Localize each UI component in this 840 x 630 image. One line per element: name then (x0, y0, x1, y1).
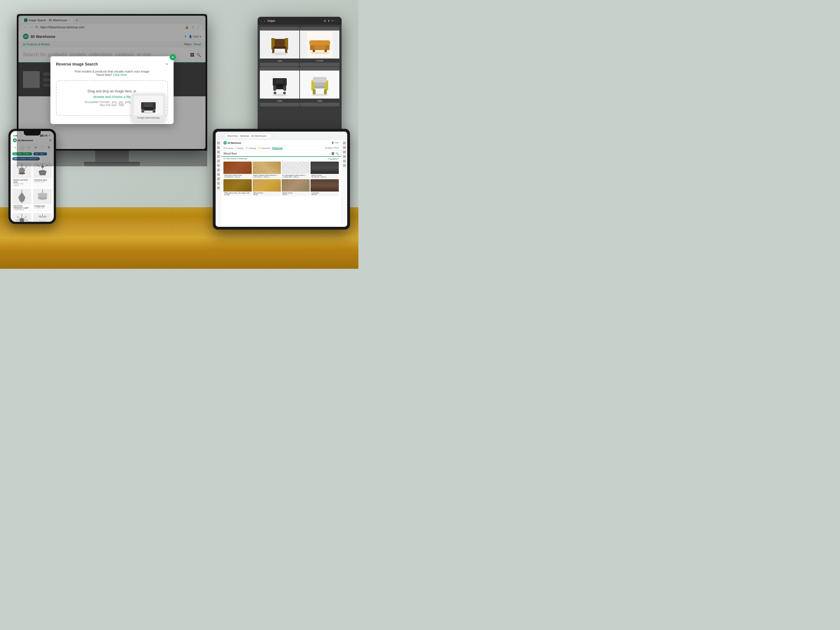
nav-products-models[interactable]: ⊞ Products & Models (23, 43, 50, 46)
sort-label[interactable]: ↓ Popularity ▾ (327, 158, 339, 160)
ref-sofa-svg (307, 32, 332, 57)
image-search-icon[interactable]: 🖼 (190, 53, 194, 57)
sidebar-nav-9[interactable] (217, 182, 220, 185)
ref-grid-icon[interactable]: ⊞ (324, 19, 326, 22)
right-icon-2[interactable] (343, 146, 346, 149)
result-item-3[interactable]: [Wood_Floor] 66 KB 256 × 286 px (311, 161, 339, 178)
tablet-user-icon[interactable]: 👤 User (332, 142, 339, 144)
text-search-icon[interactable]: 🔍 (196, 53, 201, 57)
forward-button[interactable]: → (30, 25, 33, 29)
svg-rect-22 (309, 40, 330, 45)
bookmark-icon[interactable]: ☆ (191, 25, 194, 29)
reset-button[interactable]: Reset (194, 43, 201, 46)
ref-image-1[interactable]: 1.jpg (260, 27, 299, 66)
result-item-0[interactable]: Oak Cherry Wood Floor 125 KB 541 × 541 p… (223, 161, 252, 178)
result-item-6[interactable]: [Wood_Floor] 66 KB (282, 179, 310, 196)
ref-share-icon[interactable]: ⬆ (328, 19, 330, 22)
filter-tag-polys[interactable]: 10K - 50K × (33, 152, 47, 155)
ref-image-3[interactable]: 3.jpg (260, 67, 299, 106)
phone-icon-d[interactable]: ⚙ (33, 144, 38, 151)
upload-icon[interactable]: ⬆ (184, 35, 186, 38)
tablet-close-icon[interactable]: × (267, 135, 268, 137)
result-item-7[interactable]: wood floor 566 KB (311, 179, 339, 196)
back-button[interactable]: ← (24, 25, 27, 29)
tab-collections[interactable]: 📁Collections (258, 147, 270, 150)
tablet-address-bar[interactable]: Wood floor - Materials - 3D Warehouse × (225, 134, 271, 138)
tab-models[interactable]: ◻Models (235, 147, 244, 150)
svg-rect-14 (273, 46, 286, 49)
phone-icon-f[interactable]: ≣ (46, 144, 52, 151)
menu-icon[interactable]: ⋮ (197, 25, 200, 29)
phone-item-1[interactable]: Industrial lamp 188 KB 1,119 (33, 163, 52, 187)
right-icon-1[interactable] (343, 142, 346, 144)
ref-forward-button[interactable]: › (264, 19, 265, 22)
phone-icon-b[interactable]: ◻ (20, 144, 25, 151)
ref-image-4[interactable]: 4.jpg (300, 67, 339, 106)
tab-products[interactable]: ⊞Products (223, 147, 234, 150)
browser-tab-active[interactable]: Image Search - 3D Warehouse × (21, 17, 73, 23)
result-item-4[interactable]: PDM_Wood_floor_45_angle_Oak 3.0 MB (223, 179, 252, 196)
right-icon-5[interactable] (343, 159, 346, 163)
svg-rect-44 (313, 89, 316, 94)
tablet-reset-button[interactable]: Reset (334, 147, 339, 150)
user-menu[interactable]: 👤 User ▾ (189, 35, 201, 38)
sidebar-nav-4[interactable] (217, 159, 220, 163)
sidebar-nav-7[interactable] (217, 173, 220, 176)
ref-label-2: 2.webp (300, 58, 339, 63)
phone-icon-c[interactable]: ≡ (26, 144, 32, 151)
phone-icon-e[interactable]: ♡ (40, 144, 45, 151)
phone-item-5[interactable]: Pendant lamp (33, 213, 52, 222)
sidebar-nav-2[interactable] (217, 151, 220, 153)
sidebar-nav-8[interactable] (217, 177, 220, 180)
result-item-5[interactable]: [Wood Floor] 66 KB (253, 179, 281, 196)
right-icon-3[interactable] (343, 151, 346, 153)
new-tab-button[interactable]: + (74, 17, 80, 23)
filter-tag-date[interactable]: Date Created: ≫ 06/2022 × (12, 157, 40, 160)
result-meta-4: 3.0 MB (224, 194, 251, 196)
phone-network: LTE (44, 135, 47, 137)
sidebar-nav-10[interactable] (217, 186, 220, 189)
result-item-1[interactable]: Maple Toasted Almond Wood F... 143 KB 54… (253, 161, 281, 178)
tablet-forward-btn[interactable]: → (221, 135, 224, 137)
modal-close-button[interactable]: × (166, 62, 168, 66)
right-icon-6[interactable] (343, 164, 346, 167)
phone-item-info-1: Industrial lamp 188 KB 1,119 (33, 178, 52, 183)
phone-item-2[interactable]: FACETED PENDANT LAMP 1.4 MB 20,161 (12, 189, 32, 212)
help-link[interactable]: Click here. (113, 73, 128, 76)
sidebar-nav-1[interactable] (217, 146, 220, 149)
filter-tag-size[interactable]: 10.0 MB - 25 MB × (12, 152, 32, 155)
phone-menu-icon[interactable]: ⊞ (49, 139, 52, 142)
phone-item-4[interactable]: Sputnik chandelier (12, 213, 32, 222)
result-item-2[interactable]: 14_Herringbone white wood fl... 1.3 MB 1… (282, 161, 310, 178)
tablet-filters-button[interactable]: ⚙ Filters (325, 147, 333, 150)
phone-item-3[interactable]: Ceiling lamp 1.4 MB 1,869 (33, 189, 52, 212)
sidebar-nav-3[interactable] (217, 155, 220, 158)
tablet-back-btn[interactable]: ← (218, 135, 220, 137)
tab-catalogs[interactable]: 📋Catalogs (245, 147, 256, 150)
right-icon-4[interactable] (343, 155, 346, 158)
filters-button[interactable]: Filters (184, 43, 191, 46)
sidebar-nav-5[interactable] (217, 164, 220, 167)
sidebar-home-icon[interactable] (217, 142, 220, 144)
ref-more-icon[interactable]: ⋯ (335, 19, 338, 22)
result-img-5 (253, 179, 281, 191)
ref-edit-icon[interactable]: ✏ (332, 19, 334, 22)
ref-image-2[interactable]: 2.webp (300, 27, 339, 66)
result-meta-2: 1.3 MB 1000 × 966 px (283, 176, 309, 178)
tablet-menu-icon[interactable]: ⋮ (272, 135, 275, 137)
phone-signal-area: ▐▐▐ LTE 🔋 (40, 134, 51, 137)
tablet-image-search[interactable]: 🖼 (332, 152, 334, 155)
sidebar-nav-6[interactable] (217, 169, 220, 171)
tab-close-button[interactable]: × (68, 19, 69, 22)
tab-materials[interactable]: ◈Materials (272, 147, 283, 150)
url-input[interactable]: https://3dwarehouse.sketchup.com/ (40, 26, 183, 29)
address-bar[interactable]: ← → ↻ https://3dwarehouse.sketchup.com/ … (21, 24, 203, 30)
tablet-search-clear[interactable]: × (329, 152, 330, 155)
tablet-search-icon[interactable]: 🔍 (335, 152, 339, 155)
phone-icon-a[interactable]: A (13, 144, 18, 151)
item-author-0: modolo (13, 185, 30, 186)
phone-item-0[interactable]: Modern pendant lamp 388 KB 4,801 modolo (12, 163, 32, 187)
ref-back-button[interactable]: ‹ (261, 19, 262, 22)
refresh-button[interactable]: ↻ (35, 25, 38, 29)
tablet-logo-icon: 3D (223, 141, 227, 144)
